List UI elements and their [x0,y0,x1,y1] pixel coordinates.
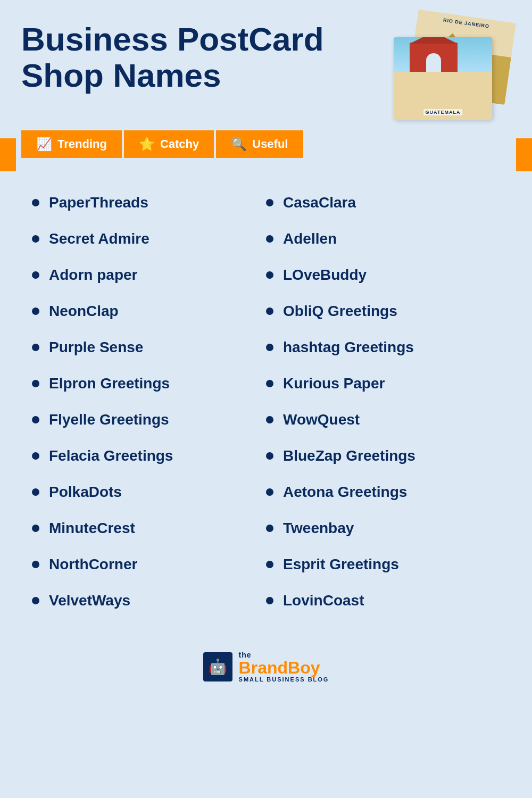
title-line2: Shop Names [21,57,221,94]
list-item: Felacia Greetings [32,438,266,474]
bullet-icon [266,597,273,604]
list-item: MinuteCrest [32,510,266,546]
list-item: Esprit Greetings [266,546,500,583]
footer-section: 🤖 the BrandBoy SMALL BUSINESS BLOG [0,635,532,699]
bullet-icon [32,597,39,604]
bullet-icon [266,525,273,532]
bullet-icon [266,452,273,460]
bullet-icon [266,307,273,315]
brandboy-icon: 🤖 [203,652,232,681]
list-item: Flyelle Greetings [32,402,266,438]
header-section: Business PostCard Shop Names RIO DE JANE… [0,0,532,122]
brandboy-text: the BrandBoy SMALL BUSINESS BLOG [239,651,329,683]
bullet-icon [32,561,39,568]
list-item: LovinCoast [266,583,500,619]
tabs-section: 📈 Trending ⭐ Catchy 🔍 Useful [0,130,532,158]
bullet-icon [266,199,273,206]
list-item: WowQuest [266,402,500,438]
bullet-icon [32,271,39,279]
bullet-icon [32,488,39,496]
page-title: Business PostCard Shop Names [21,21,324,94]
list-item: LOveBuddy [266,257,500,293]
brandboy-logo: 🤖 the BrandBoy SMALL BUSINESS BLOG [203,651,329,683]
postcard-front-sky [394,37,492,72]
postcard-illustration: RIO DE JANEIRO GUATEMALA [394,16,511,117]
brandboy-tagline: SMALL BUSINESS BLOG [239,676,329,683]
list-item: ObliQ Greetings [266,293,500,329]
tab-useful-label: Useful [252,137,288,151]
bullet-icon [266,416,273,423]
catchy-icon: ⭐ [139,137,155,152]
tab-useful[interactable]: 🔍 Useful [216,130,303,158]
list-item: VelvetWays [32,583,266,619]
list-item: CasaClara [266,185,500,221]
postcard-front-arch [426,53,441,72]
face-icon: 🤖 [209,658,227,676]
tab-trending-label: Trending [57,137,107,151]
bullet-icon [266,235,273,243]
list-item: PaperThreads [32,185,266,221]
useful-icon: 🔍 [231,137,247,152]
bullet-icon [32,452,39,460]
tab-trending[interactable]: 📈 Trending [21,130,124,158]
bullet-icon [32,525,39,532]
names-column-right: CasaClara Adellen LOveBuddy ObliQ Greeti… [266,185,500,619]
bullet-icon [266,271,273,279]
list-item: hashtag Greetings [266,329,500,365]
postcard-front: GUATEMALA [394,37,492,120]
names-column-left: PaperThreads Secret Admire Adorn paper N… [32,185,266,619]
list-item: NorthCorner [32,546,266,583]
bullet-icon [266,344,273,351]
tab-catchy[interactable]: ⭐ Catchy [124,130,216,158]
left-accent-bar [0,138,16,171]
list-item: Purple Sense [32,329,266,365]
bullet-icon [32,344,39,351]
bullet-icon [32,380,39,387]
postcard-front-building [410,43,458,72]
list-item: Adorn paper [32,257,266,293]
bullet-icon [32,235,39,243]
list-item: Secret Admire [32,221,266,257]
bullet-icon [32,199,39,206]
postcard-front-ground: GUATEMALA [394,72,492,120]
postcard-front-label: GUATEMALA [423,109,463,115]
tab-catchy-label: Catchy [160,137,199,151]
list-item: PolkaDots [32,474,266,510]
list-item: Elpron Greetings [32,365,266,402]
list-item: Adellen [266,221,500,257]
list-item: Aetona Greetings [266,474,500,510]
bullet-icon [266,380,273,387]
postcard-back-label: RIO DE JANEIRO [443,18,489,29]
list-item: BlueZap Greetings [266,438,500,474]
bullet-icon [32,416,39,423]
list-item: Tweenbay [266,510,500,546]
list-item: NeonClap [32,293,266,329]
title-line1: Business PostCard [21,21,324,57]
list-item: Kurious Paper [266,365,500,402]
brandboy-brand-name: BrandBoy [239,659,320,676]
bullet-icon [32,307,39,315]
bullet-icon [266,561,273,568]
bullet-icon [266,488,273,496]
names-section: PaperThreads Secret Admire Adorn paper N… [0,174,532,629]
trending-icon: 📈 [36,137,52,152]
right-accent-bar [516,138,532,171]
